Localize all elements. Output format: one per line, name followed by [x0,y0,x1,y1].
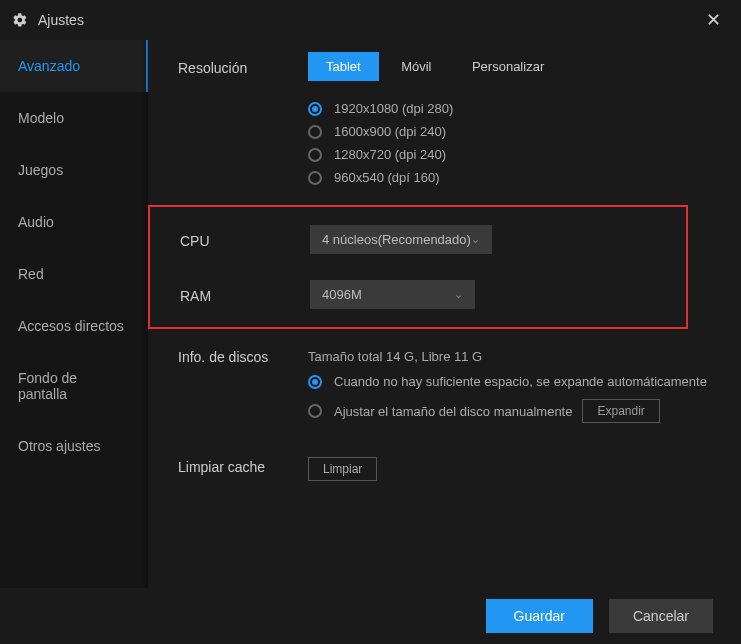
sidebar-item-audio[interactable]: Audio [0,196,148,248]
cpu-dropdown-value: 4 núcleos(Recomendado) [322,232,471,247]
ram-dropdown-value: 4096M [322,287,362,302]
cpu-label: CPU [180,225,310,249]
resolution-option-1600x900[interactable]: 1600x900 (dpi 240) [308,124,721,139]
window-title: Ajustes [38,12,698,28]
cpu-dropdown[interactable]: 4 núcleos(Recomendado) ⌄ [310,225,492,254]
resolution-option-label: 960x540 (dpí 160) [334,170,440,185]
gear-icon [12,12,28,28]
resolution-option-1920x1080[interactable]: 1920x1080 (dpi 280) [308,101,721,116]
sidebar-item-avanzado[interactable]: Avanzado [0,40,148,92]
content: Resolución Tablet Móvil Personalizar 192… [148,40,741,588]
cache-label: Limpiar cache [178,451,308,475]
radio-icon [308,375,322,389]
tab-personalizar[interactable]: Personalizar [454,52,562,81]
chevron-down-icon: ⌄ [471,233,480,246]
disk-option-auto[interactable]: Cuando no hay suficiente espacio, se exp… [308,374,721,389]
save-button[interactable]: Guardar [486,599,593,633]
sidebar-item-fondo-de-pantalla[interactable]: Fondo de pantalla [0,352,148,420]
radio-icon [308,102,322,116]
radio-icon [308,125,322,139]
disk-option-label: Ajustar el tamaño del disco manualmente [334,404,572,419]
radio-icon [308,171,322,185]
tab-movil[interactable]: Móvil [383,52,449,81]
resolution-option-label: 1600x900 (dpi 240) [334,124,446,139]
sidebar-item-accesos-directos[interactable]: Accesos directos [0,300,148,352]
disk-option-manual[interactable]: Ajustar el tamaño del disco manualmente … [308,399,721,423]
titlebar: Ajustes ✕ [0,0,741,40]
disk-info-label: Info. de discos [178,341,308,365]
resolution-label: Resolución [178,52,308,76]
cancel-button[interactable]: Cancelar [609,599,713,633]
ram-dropdown[interactable]: 4096M ⌄ [310,280,475,309]
ram-label: RAM [180,280,310,304]
expand-button[interactable]: Expandir [582,399,659,423]
sidebar-item-red[interactable]: Red [0,248,148,300]
chevron-down-icon: ⌄ [454,288,463,301]
sidebar: Avanzado Modelo Juegos Audio Red Accesos… [0,40,148,588]
resolution-option-label: 1280x720 (dpi 240) [334,147,446,162]
disk-summary: Tamaño total 14 G, Libre 11 G [308,341,721,364]
resolution-option-960x540[interactable]: 960x540 (dpí 160) [308,170,721,185]
resolution-option-label: 1920x1080 (dpi 280) [334,101,453,116]
sidebar-item-juegos[interactable]: Juegos [0,144,148,196]
disk-option-label: Cuando no hay suficiente espacio, se exp… [334,374,707,389]
radio-icon [308,404,322,418]
tab-tablet[interactable]: Tablet [308,52,379,81]
footer: Guardar Cancelar [0,588,741,644]
sidebar-item-otros-ajustes[interactable]: Otros ajustes [0,420,148,472]
highlight-box: CPU 4 núcleos(Recomendado) ⌄ RAM 4096M ⌄ [148,205,688,329]
close-icon[interactable]: ✕ [698,5,729,35]
clear-cache-button[interactable]: Limpiar [308,457,377,481]
sidebar-item-modelo[interactable]: Modelo [0,92,148,144]
resolution-option-1280x720[interactable]: 1280x720 (dpi 240) [308,147,721,162]
radio-icon [308,148,322,162]
